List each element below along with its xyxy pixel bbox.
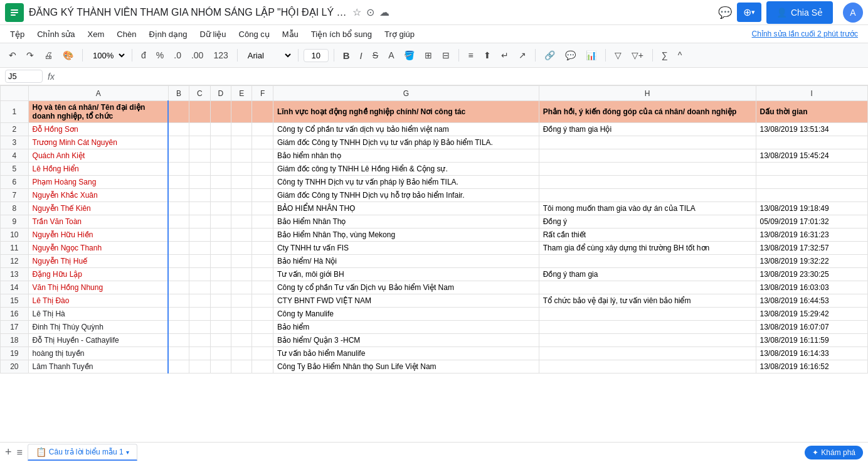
- cell-feedback[interactable]: [539, 255, 756, 268]
- cell-occupation[interactable]: Bảo Hiểm Nhân Thọ, vùng Mekong: [273, 228, 539, 242]
- menu-insert[interactable]: Chèn: [112, 28, 141, 40]
- notifications-button[interactable]: 💬: [718, 6, 732, 19]
- cell-timestamp[interactable]: 13/08/2019 15:29:42: [756, 308, 868, 321]
- zoom-select[interactable]: 100%: [88, 49, 127, 62]
- decimal-decrease-button[interactable]: .0: [170, 48, 185, 63]
- cell-timestamp[interactable]: 13/08/2019 17:32:57: [756, 242, 868, 255]
- cell-name[interactable]: Lê Hồng Hiển: [28, 163, 168, 176]
- cell-timestamp[interactable]: 13/08/2019 16:03:03: [756, 281, 868, 294]
- cell-feedback[interactable]: Tôi mong muốn tham gia vào dự án của TIL…: [539, 202, 756, 215]
- explore-button[interactable]: ✦ Khám phá: [805, 446, 863, 459]
- cell-feedback[interactable]: Tham gia để cùng xây dựng thi trường BH …: [539, 242, 756, 255]
- cell-timestamp[interactable]: 13/08/2019 15:45:24: [756, 149, 868, 163]
- col-header-c[interactable]: C: [189, 86, 210, 101]
- filter-button[interactable]: ▽: [611, 48, 625, 63]
- cell-timestamp[interactable]: 13/08/2019 19:32:22: [756, 255, 868, 268]
- strikethrough-button[interactable]: S: [369, 48, 382, 63]
- font-size-input[interactable]: [304, 49, 329, 62]
- cell-timestamp[interactable]: 13/08/2019 13:51:34: [756, 123, 868, 136]
- header-cell-i[interactable]: Dấu thời gian: [756, 101, 868, 123]
- cell-feedback[interactable]: [539, 281, 756, 294]
- cell-name[interactable]: Nguyễn Thế Kiên: [28, 202, 168, 215]
- sheet-tab-active[interactable]: 📋 Câu trả lời biểu mẫu 1 ▾: [28, 444, 137, 461]
- percent-button[interactable]: %: [152, 48, 167, 63]
- cell-occupation[interactable]: Bảo hiểm nhân thọ: [273, 149, 539, 163]
- print-button[interactable]: 🖨: [40, 48, 56, 63]
- filter-view-button[interactable]: ▽+: [628, 48, 647, 63]
- cell-name[interactable]: Trương Minh Cát Nguyên: [28, 136, 168, 149]
- formula-input[interactable]: [60, 72, 863, 81]
- cell-occupation[interactable]: Công ty Cổ phần tư vấn dịch vụ bảo hiểm …: [273, 123, 539, 136]
- cell-name[interactable]: Nguyễn Ngọc Thanh: [28, 242, 168, 255]
- link-button[interactable]: 🔗: [541, 48, 559, 63]
- cell-timestamp[interactable]: 13/08/2019 16:44:53: [756, 294, 868, 308]
- cell-name[interactable]: Lâm Thanh Tuyền: [28, 360, 168, 373]
- rotate-button[interactable]: ↗: [515, 48, 530, 63]
- cell-feedback[interactable]: [539, 321, 756, 334]
- cell-occupation[interactable]: Giám đốc Công ty TNHH Dịch vụ tư vấn phá…: [273, 136, 539, 149]
- wrap-button[interactable]: ↵: [497, 48, 512, 63]
- last-edit-link[interactable]: Chỉnh sửa lần cuối 2 phút trước: [747, 28, 863, 40]
- menu-file[interactable]: Tệp: [5, 28, 29, 40]
- undo-button[interactable]: ↶: [5, 48, 20, 63]
- cell-feedback[interactable]: [539, 360, 756, 373]
- explore-toolbar-button[interactable]: ^: [674, 48, 686, 63]
- merge-button[interactable]: ⊟: [438, 48, 453, 63]
- cell-name[interactable]: Đỗ Thị Huyền - Cathaylife: [28, 334, 168, 347]
- cell-name[interactable]: Trần Văn Toàn: [28, 215, 168, 228]
- menu-template[interactable]: Mẫu: [277, 28, 304, 40]
- cell-timestamp[interactable]: 13/08/2019 19:18:49: [756, 202, 868, 215]
- sheet-table-wrapper[interactable]: A B C D E F G H I 1 Họ và tên cá nhân/ T…: [0, 85, 868, 442]
- col-header-d[interactable]: D: [210, 86, 231, 101]
- cell-feedback[interactable]: Đồng ý tham gia: [539, 268, 756, 281]
- cell-timestamp[interactable]: 13/08/2019 16:31:23: [756, 228, 868, 242]
- avatar[interactable]: A: [843, 3, 863, 23]
- cell-occupation[interactable]: CTY BHNT FWD VIỆT NAM: [273, 294, 539, 308]
- cell-occupation[interactable]: Công ty cổ phần Tư vấn Dịch vụ Bảo hiểm …: [273, 281, 539, 294]
- cell-feedback[interactable]: Đồng ý: [539, 215, 756, 228]
- cell-timestamp[interactable]: 13/08/2019 16:07:07: [756, 321, 868, 334]
- col-header-b[interactable]: B: [168, 86, 189, 101]
- menu-view[interactable]: Xem: [83, 28, 110, 40]
- cell-occupation[interactable]: Công ty TNHH Dịch vụ tư vấn pháp lý Bảo …: [273, 176, 539, 189]
- cell-feedback[interactable]: [539, 308, 756, 321]
- font-select[interactable]: Arial: [243, 49, 293, 62]
- cell-occupation[interactable]: Tư vấn bảo hiểm Manulife: [273, 347, 539, 360]
- cell-name[interactable]: Đinh Thị Thúy Quỳnh: [28, 321, 168, 334]
- menu-tools[interactable]: Công cụ: [234, 28, 275, 40]
- cell-occupation[interactable]: Cty TNHH tư vấn FIS: [273, 242, 539, 255]
- cell-name[interactable]: Nguyễn Thị Huế: [28, 255, 168, 268]
- cell-occupation[interactable]: Công Ty Bảo Hiểm Nhân thọ Sun Life Việt …: [273, 360, 539, 373]
- cell-name[interactable]: Lê Thị Đào: [28, 294, 168, 308]
- cell-feedback[interactable]: Rất cần thiết: [539, 228, 756, 242]
- cell-name[interactable]: Đỗ Hồng Sơn: [28, 123, 168, 136]
- cell-name[interactable]: hoàng thị tuyền: [28, 347, 168, 360]
- cell-occupation[interactable]: Tư vấn, môi giới BH: [273, 268, 539, 281]
- paint-format-button[interactable]: 🎨: [59, 48, 77, 63]
- cell-feedback[interactable]: [539, 149, 756, 163]
- cell-timestamp[interactable]: [756, 163, 868, 176]
- cell-timestamp[interactable]: [756, 176, 868, 189]
- col-header-e[interactable]: E: [231, 86, 252, 101]
- cell-reference-input[interactable]: [5, 70, 43, 83]
- cell-feedback[interactable]: Tổ chức bảo vệ đại lý, tư vấn viên bảo h…: [539, 294, 756, 308]
- fill-color-button[interactable]: 🪣: [400, 48, 418, 63]
- text-color-button[interactable]: A: [384, 48, 398, 63]
- cell-timestamp[interactable]: 13/08/2019 16:11:59: [756, 334, 868, 347]
- cell-name[interactable]: Nguyễn Khắc Xuân: [28, 189, 168, 202]
- tab-dropdown-icon[interactable]: ▾: [126, 449, 129, 456]
- cell-feedback[interactable]: [539, 136, 756, 149]
- cell-occupation[interactable]: Bảo hiểm/ Quận 3 -HCM: [273, 334, 539, 347]
- cell-feedback[interactable]: Đồng ý tham gia Hội: [539, 123, 756, 136]
- cell-occupation[interactable]: Bảo hiểm: [273, 321, 539, 334]
- cell-feedback[interactable]: [539, 334, 756, 347]
- header-cell-a[interactable]: Họ và tên cá nhân/ Tên đại diện doanh ng…: [28, 101, 168, 123]
- cell-occupation[interactable]: Giám đốc Công ty TNHH Dịch vụ hỗ trợ bảo…: [273, 189, 539, 202]
- cell-occupation[interactable]: Bảo Hiểm Nhân Thọ: [273, 215, 539, 228]
- menu-addons[interactable]: Tiện ích bổ sung: [306, 28, 377, 40]
- add-sheet-button[interactable]: +: [5, 446, 12, 459]
- menu-help[interactable]: Trợ giúp: [379, 28, 420, 40]
- currency-button[interactable]: đ: [137, 48, 150, 63]
- cell-feedback[interactable]: [539, 176, 756, 189]
- cell-timestamp[interactable]: 13/08/2019 16:14:33: [756, 347, 868, 360]
